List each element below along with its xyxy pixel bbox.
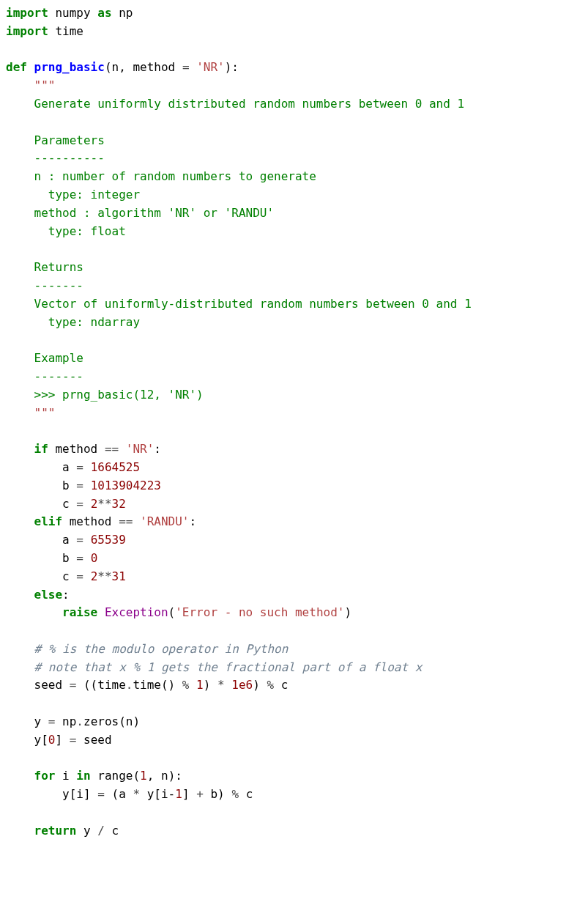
id-y: y — [83, 824, 91, 838]
paren: ( — [112, 787, 119, 801]
op-mod: % — [231, 787, 239, 801]
kw-return: return — [34, 824, 77, 838]
lhs-yi: y[i] — [62, 787, 91, 801]
paren: ( — [119, 714, 126, 728]
docstring-line: Vector of uniformly-distributed random n… — [6, 297, 472, 311]
str-error: 'Error - no such method' — [175, 605, 344, 619]
docstring-line: ---------- — [6, 151, 105, 165]
docstring-line: type: ndarray — [6, 315, 140, 329]
id-c: c — [274, 678, 288, 692]
docstring-line: >>> prng_basic(12, 'NR') — [6, 388, 204, 402]
id-np: np — [119, 6, 133, 20]
eq: = — [48, 714, 56, 728]
dot: . — [76, 714, 83, 728]
colon: : — [62, 588, 70, 602]
docstring-close: """ — [6, 406, 55, 420]
kw-for: for — [34, 769, 56, 783]
docstring-line: Parameters — [6, 133, 105, 147]
eq: = — [97, 787, 105, 801]
num-1e6: 1e6 — [231, 678, 253, 692]
kw-import: import — [6, 6, 48, 20]
docstring-line: method : algorithm 'NR' or 'RANDU' — [6, 206, 274, 220]
id-time: time — [55, 24, 83, 38]
kw-elif: elif — [34, 514, 63, 528]
rbracket: ] — [182, 787, 190, 801]
eq: = — [76, 533, 83, 547]
id-a: a — [119, 787, 126, 801]
param-method: method — [133, 60, 175, 74]
comment: # note that x % 1 gets the fractional pa… — [6, 660, 422, 674]
comma: , — [147, 769, 155, 783]
func-name: prng_basic — [34, 60, 105, 74]
eq: = — [70, 678, 77, 692]
id-n: n — [126, 714, 133, 728]
docstring-line: type: integer — [6, 188, 140, 202]
id-c: c — [62, 569, 70, 583]
op-mod: % — [175, 678, 189, 692]
docstring-line: Generate uniformly distributed random nu… — [6, 97, 464, 111]
meth-time: time — [133, 678, 161, 692]
paren: ( — [105, 60, 112, 74]
op-pow: ** — [97, 569, 111, 583]
id-i: i — [62, 769, 70, 783]
dot: . — [126, 678, 133, 692]
op-pow: ** — [97, 497, 111, 511]
num: 31 — [112, 569, 126, 583]
code-block: import numpy as np import time def prng_… — [0, 0, 588, 845]
op-mod: % — [260, 678, 274, 692]
kw-in: in — [76, 769, 90, 783]
id-method: method — [55, 442, 97, 456]
comma: , — [119, 60, 126, 74]
id-c: c — [246, 787, 253, 801]
id-numpy: numpy — [55, 6, 90, 20]
op-mul: * — [133, 787, 140, 801]
paren: (( — [83, 678, 97, 692]
eq: = — [76, 479, 83, 492]
docstring-open: """ — [6, 78, 55, 92]
num: 32 — [112, 497, 126, 511]
id-c: c — [62, 497, 70, 511]
id-a: a — [62, 533, 70, 547]
op-eqeq: == — [119, 514, 133, 528]
num-one: 1 — [189, 678, 203, 692]
num: 1664525 — [91, 460, 140, 474]
num: 2 — [91, 569, 98, 583]
kw-if: if — [34, 442, 48, 456]
paren: ) — [204, 678, 211, 692]
call: () — [161, 678, 175, 692]
id-b: b — [210, 787, 217, 801]
id-c: c — [112, 824, 119, 838]
comment: # % is the modulo operator in Python — [6, 642, 288, 656]
docstring-line: Example — [6, 351, 83, 365]
paren: ) — [225, 60, 232, 74]
kw-raise: raise — [62, 605, 97, 619]
idx-zero: 0 — [48, 733, 56, 747]
colon: : — [189, 514, 196, 528]
num: 0 — [91, 551, 98, 565]
num-one: 1 — [140, 769, 147, 783]
kw-import: import — [6, 24, 48, 38]
y-im1: y[i- — [147, 787, 176, 801]
eq: = — [76, 460, 83, 474]
colon: : — [231, 60, 239, 74]
str-randu: 'RANDU' — [140, 514, 189, 528]
eq: = — [76, 551, 83, 565]
paren: ( — [168, 605, 176, 619]
colon: : — [175, 769, 182, 783]
docstring-line: type: float — [6, 224, 126, 238]
fn-range: range — [97, 769, 133, 783]
op-mul: * — [210, 678, 224, 692]
id-b: b — [62, 551, 70, 565]
kw-else: else — [34, 588, 63, 602]
kw-def: def — [6, 60, 27, 74]
id-y: y — [34, 714, 42, 728]
kw-as: as — [97, 6, 111, 20]
meth-zeros: zeros — [83, 714, 119, 728]
op-div: / — [97, 824, 105, 838]
str-nr: 'NR' — [196, 60, 225, 74]
docstring-line: ------- — [6, 369, 83, 383]
rbracket: ] — [55, 733, 62, 747]
str-nr: 'NR' — [126, 442, 155, 456]
id-seed: seed — [34, 678, 63, 692]
docstring-line: ------- — [6, 278, 83, 292]
